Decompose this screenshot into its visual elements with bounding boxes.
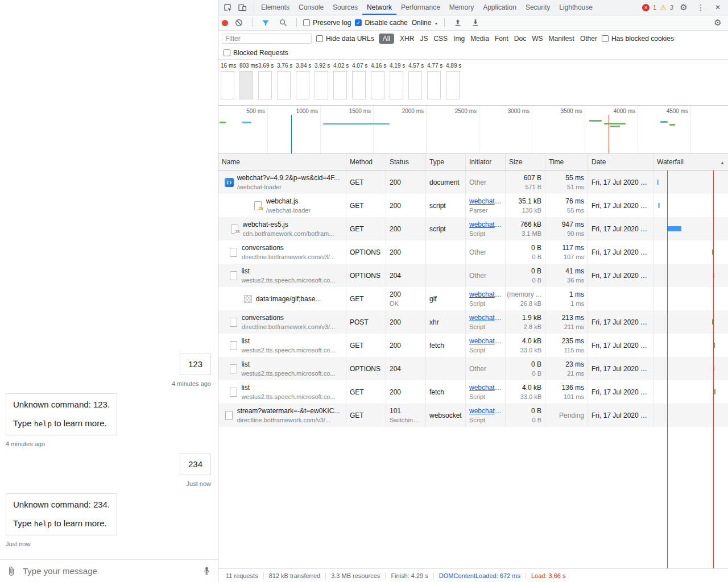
close-devtools-button[interactable]	[711, 1, 725, 14]
filmstrip-frame[interactable]: 4.89 s	[446, 63, 460, 105]
filter-chip-manifest[interactable]: Manifest	[549, 35, 574, 43]
filter-chip-img[interactable]: Img	[453, 35, 465, 43]
column-header-label: Initiator	[469, 158, 491, 166]
import-har-button[interactable]	[451, 16, 465, 30]
request-name-cell: listwestus2.tts.speech.microsoft.co...	[218, 357, 346, 380]
filter-chip-xhr[interactable]: XHR	[400, 35, 414, 43]
throttling-dropdown[interactable]: Online	[412, 19, 439, 27]
tab-elements[interactable]: Elements	[257, 0, 294, 15]
table-row[interactable]: data:image/gif;base...GET200OKgifwebchat…	[218, 287, 728, 310]
warning-icon[interactable]	[660, 3, 667, 12]
table-row[interactable]: webchat.js/webchat-loaderGET200scriptweb…	[218, 194, 728, 217]
tab-application[interactable]: Application	[478, 0, 521, 15]
hide-data-urls-checkbox[interactable]: Hide data URLs	[316, 35, 374, 43]
tab-performance[interactable]: Performance	[396, 0, 445, 15]
filmstrip-frame[interactable]: 4.16 s	[371, 63, 384, 105]
filter-chip-font[interactable]: Font	[495, 35, 508, 43]
error-icon[interactable]	[642, 4, 650, 11]
table-row[interactable]: listwestus2.tts.speech.microsoft.co...GE…	[218, 380, 728, 404]
request-size-resource: 3.1 MB	[522, 230, 541, 237]
column-header-waterfall[interactable]: Waterfall	[653, 154, 728, 170]
disable-cache-checkbox[interactable]: Disable cache	[355, 19, 407, 27]
tab-sources[interactable]: Sources	[328, 0, 362, 15]
request-latency: 36 ms	[567, 277, 584, 284]
filmstrip-frame[interactable]: 4.57 s	[408, 63, 422, 105]
column-header-type[interactable]: Type	[426, 154, 466, 170]
filmstrip: 16 ms803 ms3.69 s3.76 s3.84 s3.92 s4.02 …	[218, 59, 728, 106]
filter-chip-other[interactable]: Other	[580, 35, 597, 43]
request-initiator-cell: webchat-...Script	[466, 404, 506, 427]
export-har-button[interactable]	[469, 16, 482, 30]
search-icon[interactable]	[276, 16, 290, 30]
filter-chip-ws[interactable]: WS	[532, 35, 543, 43]
filter-input[interactable]	[222, 34, 312, 44]
microphone-button[interactable]	[195, 560, 218, 582]
request-initiator: Other	[469, 178, 502, 186]
chat-message-input[interactable]	[23, 560, 195, 582]
column-header-size[interactable]: Size	[506, 154, 545, 170]
timeline-overview[interactable]: 500 ms1000 ms1500 ms2000 ms2500 ms3000 m…	[218, 106, 728, 154]
filter-chip-js[interactable]: JS	[420, 35, 428, 43]
preserve-log-checkbox[interactable]: Preserve log	[303, 19, 351, 27]
request-size-resource: 0 B	[532, 253, 541, 260]
filmstrip-frame[interactable]: 4.77 s	[427, 63, 441, 105]
table-row[interactable]: listwestus2.tts.speech.microsoft.co...OP…	[218, 357, 728, 380]
column-header-time[interactable]: Time	[545, 154, 588, 170]
attach-file-button[interactable]	[0, 560, 23, 582]
request-name-text: webchat-es5.jscdn.botframework.com/botfr…	[243, 221, 334, 237]
table-row[interactable]: conversationsdirectline.botframework.com…	[218, 240, 728, 264]
blocked-requests-checkbox[interactable]: Blocked Requests	[224, 49, 288, 57]
tab-console[interactable]: Console	[294, 0, 328, 15]
preserve-log-label: Preserve log	[313, 19, 351, 27]
network-settings-gear-button[interactable]	[711, 16, 725, 30]
filter-chip-css[interactable]: CSS	[433, 35, 448, 43]
table-row[interactable]: listwestus2.tts.speech.microsoft.co...OP…	[218, 264, 728, 287]
request-status-cell: 200OK	[386, 287, 426, 310]
request-date: Fri, 17 Jul 2020 19...	[592, 248, 650, 256]
filmstrip-frame[interactable]: 3.84 s	[296, 63, 309, 105]
column-header-init[interactable]: Initiator	[466, 154, 506, 170]
filter-icon[interactable]	[259, 16, 272, 30]
inspect-element-button[interactable]	[221, 1, 234, 14]
waterfall-load-line	[713, 171, 714, 568]
more-options-button[interactable]	[694, 1, 708, 14]
filmstrip-thumbnail	[296, 71, 309, 99]
error-count: 1	[653, 4, 656, 11]
column-header-date[interactable]: Date	[588, 154, 653, 170]
filmstrip-frame[interactable]: 4.19 s	[390, 63, 403, 105]
filmstrip-frame[interactable]: 3.92 s	[315, 63, 328, 105]
network-toolbar: Preserve log Disable cache Online	[218, 15, 728, 31]
request-size-transferred: 0 B	[531, 407, 541, 415]
request-size-transferred: 607 B	[524, 174, 541, 182]
filter-chip-media[interactable]: Media	[470, 35, 489, 43]
filmstrip-frame[interactable]: 4.07 s	[352, 63, 366, 105]
filmstrip-frame[interactable]: 16 ms	[221, 63, 234, 105]
tab-memory[interactable]: Memory	[445, 0, 478, 15]
tab-network[interactable]: Network	[362, 0, 396, 15]
filmstrip-frame[interactable]: 4.02 s	[333, 63, 347, 105]
has-blocked-cookies-checkbox[interactable]: Has blocked cookies	[602, 35, 674, 43]
filmstrip-frame[interactable]: 3.76 s	[277, 63, 291, 105]
column-header-method[interactable]: Method	[346, 154, 386, 170]
request-method: OPTIONS	[350, 365, 382, 373]
filter-chip-all[interactable]: All	[379, 34, 394, 44]
device-toolbar-button[interactable]	[235, 1, 249, 14]
table-row[interactable]: stream?watermark=-&t=ew0KIC...directline…	[218, 404, 728, 427]
filmstrip-thumbnail	[221, 71, 234, 99]
table-row[interactable]: conversationsdirectline.botframework.com…	[218, 310, 728, 334]
filter-chip-doc[interactable]: Doc	[514, 35, 526, 43]
clear-network-log-button[interactable]	[232, 16, 246, 30]
column-header-name[interactable]: Name	[218, 154, 346, 170]
table-row[interactable]: listwestus2.tts.speech.microsoft.co...GE…	[218, 334, 728, 357]
table-row[interactable]: webchat-es5.jscdn.botframework.com/botfr…	[218, 217, 728, 240]
table-row[interactable]: webchat?v=4.9.2&p=ws&cid=4F.../webchat-l…	[218, 171, 728, 194]
table-body: webchat?v=4.9.2&p=ws&cid=4F.../webchat-l…	[218, 171, 728, 568]
tab-lighthouse[interactable]: Lighthouse	[555, 0, 597, 15]
settings-gear-button[interactable]	[677, 1, 690, 14]
filmstrip-frame[interactable]: 803 ms	[239, 63, 253, 105]
request-initiator: Other	[469, 272, 502, 280]
filmstrip-frame[interactable]: 3.69 s	[258, 63, 272, 105]
column-header-status[interactable]: Status	[386, 154, 426, 170]
tab-security[interactable]: Security	[521, 0, 555, 15]
record-network-log-button[interactable]	[222, 20, 228, 26]
